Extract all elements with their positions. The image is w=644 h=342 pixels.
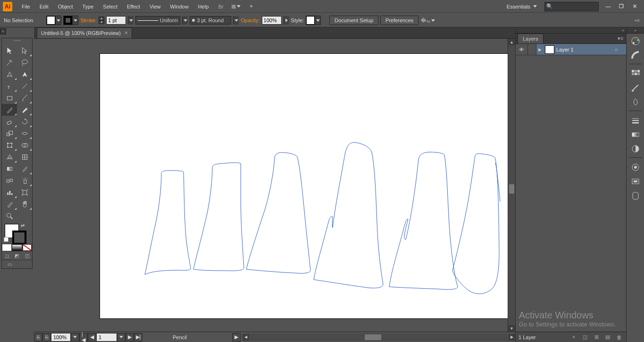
swap-fill-stroke-icon[interactable]: ⇄ (21, 223, 25, 228)
color-mode-row[interactable] (2, 244, 32, 251)
color-mode-none[interactable] (22, 244, 32, 251)
gradient-tool[interactable] (2, 163, 17, 175)
menu-window[interactable]: Window (166, 0, 193, 13)
zoom-tool[interactable] (2, 210, 17, 222)
graphic-style[interactable] (306, 16, 321, 25)
paintbrush-tool[interactable] (17, 92, 32, 104)
layer-expand-icon[interactable]: ▶ (536, 47, 543, 52)
artboard-number-field[interactable]: 1 (96, 333, 117, 342)
status-menu-arrow[interactable]: ▶ (232, 333, 241, 342)
line-segment-tool[interactable] (17, 80, 32, 92)
vertical-scrollbar[interactable]: ▲ ▼ (508, 39, 515, 332)
menu-help[interactable]: Help (193, 0, 214, 13)
magic-wand-tool[interactable] (2, 57, 17, 68)
scale-tool[interactable] (2, 128, 17, 139)
color-panel-icon[interactable] (628, 34, 643, 48)
bridge-icon[interactable]: Br (215, 2, 227, 11)
width-tool[interactable] (17, 128, 32, 139)
artboard[interactable] (100, 54, 508, 318)
menu-select[interactable]: Select (98, 0, 122, 13)
window-close[interactable]: ✕ (629, 3, 640, 10)
new-layer-icon[interactable]: ▤ (603, 333, 612, 341)
gradient-panel-icon[interactable] (628, 128, 643, 141)
artboard-nav-next[interactable]: ▶ (125, 333, 134, 342)
layers-tab[interactable]: Layers (518, 34, 544, 43)
stroke-weight-dropdown[interactable] (128, 16, 134, 25)
visibility-toggle-icon[interactable]: 👁 (516, 44, 528, 55)
scroll-left-arrow[interactable]: ◀ (243, 334, 249, 341)
scroll-right-arrow[interactable]: ▶ (509, 334, 515, 341)
color-guide-panel-icon[interactable] (628, 49, 643, 62)
stroke-weight-stepper[interactable]: ▲▼ (99, 17, 104, 24)
artboard-nav-first[interactable]: |◀ (79, 333, 88, 342)
menu-effect[interactable]: Effect (122, 0, 145, 13)
color-mode-gradient[interactable] (12, 244, 22, 251)
first-artboard-icon[interactable]: ⎘ (34, 333, 42, 342)
draw-inside-icon[interactable]: ◫ (22, 251, 32, 260)
window-minimize[interactable]: — (602, 3, 614, 10)
preferences-button[interactable]: Preferences (380, 16, 418, 25)
search-input[interactable]: 🔍 (544, 2, 599, 11)
opacity-label[interactable]: Opacity: (241, 17, 259, 23)
menu-file[interactable]: File (17, 0, 35, 13)
variable-width-dropdown[interactable] (182, 16, 188, 25)
window-maximize[interactable]: ❐ (616, 3, 627, 10)
document-setup-button[interactable]: Document Setup (329, 16, 378, 25)
gpu-preview-icon[interactable]: ✦ (245, 2, 257, 11)
eyedropper-tool[interactable] (17, 163, 32, 175)
zoom-field[interactable]: 100% (51, 333, 71, 342)
opacity-dropdown[interactable] (284, 16, 289, 25)
rectangle-tool[interactable] (2, 92, 17, 104)
icon-dock-collapse[interactable]: « (627, 27, 644, 34)
slice-tool[interactable] (2, 198, 17, 210)
blob-brush-tool[interactable] (17, 104, 32, 116)
close-tab-icon[interactable]: × (125, 30, 128, 36)
scroll-down-arrow[interactable]: ▼ (508, 325, 515, 332)
make-clipping-mask-icon[interactable]: ◫ (581, 333, 589, 341)
stroke-indicator[interactable] (12, 231, 26, 245)
locate-object-icon[interactable]: ⌖ (569, 333, 578, 341)
mesh-tool[interactable] (17, 151, 32, 163)
symbols-panel-icon[interactable] (628, 95, 643, 109)
new-sublayer-icon[interactable]: ⊞ (592, 333, 601, 341)
horizontal-scroll-thumb[interactable] (365, 334, 381, 340)
artboard-nav-prev[interactable]: ◀ (88, 333, 96, 342)
left-dock-collapse[interactable]: « (0, 28, 6, 34)
color-mode-solid[interactable] (2, 244, 12, 251)
eraser-tool[interactable] (2, 116, 17, 128)
variable-width-profile[interactable]: Uniform (135, 16, 180, 25)
swatches-panel-icon[interactable] (628, 67, 643, 80)
stroke-weight-field[interactable]: 1 pt (106, 16, 126, 25)
stroke-panel-icon[interactable] (628, 114, 643, 127)
lasso-tool[interactable] (17, 57, 32, 68)
menu-object[interactable]: Object (53, 0, 78, 13)
transparency-panel-icon[interactable] (628, 142, 643, 155)
zoom-dropdown[interactable] (71, 333, 79, 342)
lock-toggle[interactable] (528, 44, 536, 55)
graphic-styles-panel-icon[interactable] (628, 175, 643, 188)
document-tab[interactable]: Untitled-5 @ 100% (RGB/Preview) × (37, 27, 132, 38)
column-graph-tool[interactable] (2, 187, 17, 198)
fill-swatch[interactable] (46, 16, 61, 25)
libraries-panel-icon[interactable] (628, 189, 643, 202)
artboard-dropdown[interactable] (117, 333, 125, 342)
hand-tool[interactable] (17, 198, 32, 210)
type-tool[interactable]: T (2, 80, 17, 92)
opacity-field[interactable]: 100% (262, 16, 282, 25)
artboard-tool[interactable] (17, 187, 32, 198)
draw-normal-icon[interactable]: ◻ (2, 251, 12, 260)
panel-grip[interactable] (2, 40, 32, 44)
horizontal-scrollbar[interactable]: ◀ ▶ (243, 333, 515, 341)
shape-builder-tool[interactable] (17, 139, 32, 151)
workspace-switcher[interactable]: Essentials (502, 4, 542, 9)
arrange-documents-icon[interactable]: ▦ (230, 2, 242, 11)
rotate-tool[interactable] (17, 116, 32, 128)
default-fill-stroke-icon[interactable] (4, 237, 8, 242)
pen-tool[interactable] (2, 68, 17, 80)
brush-definition[interactable]: 3 pt. Round (190, 16, 231, 25)
curvature-tool[interactable] (17, 68, 32, 80)
artboard-nav-last[interactable]: ▶| (134, 333, 142, 342)
pencil-tool[interactable] (2, 104, 17, 116)
symbol-sprayer-tool[interactable] (17, 175, 32, 187)
vertical-scroll-thumb[interactable] (509, 184, 514, 194)
